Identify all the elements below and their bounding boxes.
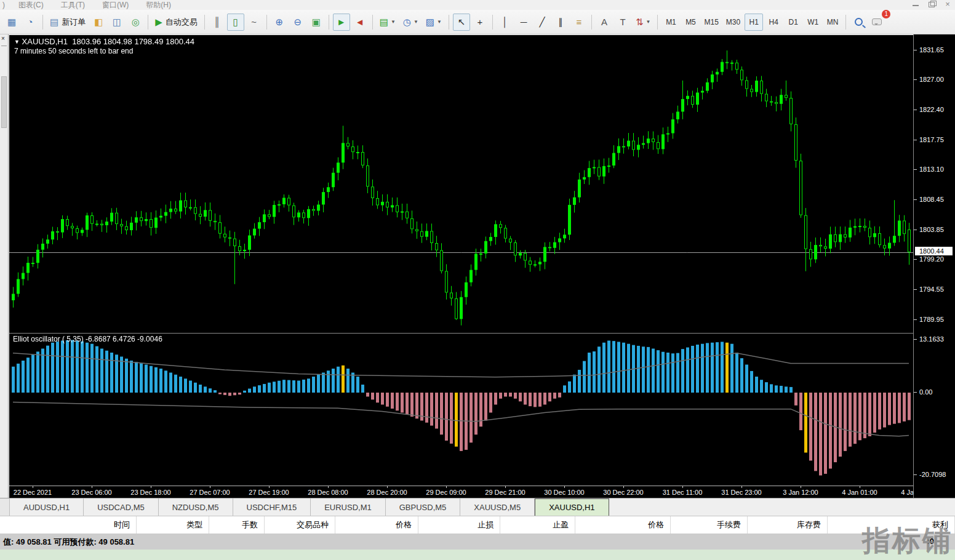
zoom-in-button[interactable]: ⊕ bbox=[271, 14, 288, 31]
new-chart-icon: ▤ bbox=[380, 17, 388, 26]
timeframe-button-m15[interactable]: M15 bbox=[701, 14, 721, 31]
dropdown-caret-icon[interactable]: ▼ bbox=[414, 19, 418, 25]
time-tick-mark bbox=[33, 486, 33, 488]
timeframe-button-w1[interactable]: W1 bbox=[804, 14, 822, 31]
line-chart-type-button[interactable]: ~ bbox=[246, 14, 263, 31]
chart-tab-xauusd-m5[interactable]: XAUUSD,M5 bbox=[460, 498, 535, 516]
menu-item[interactable]: 图表(C) bbox=[10, 0, 52, 10]
terminal-column-header: 手续费 bbox=[671, 516, 748, 534]
terminal-column-header: 手数 bbox=[209, 516, 265, 534]
close-icon[interactable]: × bbox=[944, 1, 951, 7]
timeframe-button-m1[interactable]: M1 bbox=[661, 14, 680, 31]
profit-value: :0 bbox=[927, 537, 934, 546]
toolbar-separator bbox=[266, 15, 267, 30]
candlestick-type-button[interactable]: ▯ bbox=[227, 14, 244, 31]
tile-windows-button[interactable]: ▣ bbox=[308, 14, 325, 31]
oscillator-panel[interactable]: Elliot oscillator ( 5,35) -6.8687 6.4726… bbox=[9, 333, 913, 486]
restore-icon[interactable] bbox=[928, 1, 935, 7]
price-tick-mark bbox=[914, 50, 917, 50]
periods-button[interactable]: ◷▼ bbox=[400, 14, 422, 31]
chat-button[interactable]: 1 bbox=[868, 14, 885, 31]
cursor-icon: ↖ bbox=[458, 17, 466, 26]
toolbar-separator bbox=[657, 15, 658, 30]
fibonacci-button[interactable]: ≡ bbox=[570, 14, 588, 31]
oscillator-canvas[interactable] bbox=[9, 334, 913, 486]
timeframe-button-d1[interactable]: D1 bbox=[784, 14, 802, 31]
signals-button[interactable]: ◎ bbox=[127, 14, 144, 31]
price-scale[interactable]: 1831.651827.001822.401817.751813.101808.… bbox=[913, 34, 954, 498]
new-order-button[interactable]: ▤新订单 bbox=[47, 14, 89, 31]
text-tool-button[interactable]: A bbox=[596, 14, 613, 31]
time-tick-mark bbox=[564, 486, 565, 488]
trend-line-button[interactable]: ╱ bbox=[533, 14, 551, 31]
timeframe-button-h4[interactable]: H4 bbox=[764, 14, 783, 31]
market-watch-button[interactable]: ▦ bbox=[3, 14, 20, 31]
chart-tab-audusd-h1[interactable]: AUDUSD,H1 bbox=[10, 498, 84, 516]
line-chart-type-icon: ~ bbox=[251, 17, 257, 26]
menu-items: 图表(C)工具(T)窗口(W)帮助(H) bbox=[10, 0, 180, 10]
chart-shift-button[interactable]: ► bbox=[333, 14, 350, 31]
search-icon bbox=[855, 18, 863, 26]
chart-window-button[interactable]: ◫ bbox=[108, 14, 126, 31]
timeframe-button-h1[interactable]: H1 bbox=[745, 14, 763, 31]
bar-chart-type-button[interactable]: ║ bbox=[209, 14, 226, 31]
strategy-tester-button[interactable]: ◔ bbox=[22, 14, 39, 31]
menu-item-truncated[interactable]: ) bbox=[0, 1, 10, 9]
minimize-icon[interactable] bbox=[912, 1, 919, 7]
horizontal-line-button[interactable]: ─ bbox=[515, 14, 532, 31]
auto-scroll-button[interactable]: ◄ bbox=[351, 14, 369, 31]
chat-icon bbox=[872, 18, 882, 25]
time-tick-mark bbox=[860, 486, 860, 488]
chart-tab-xauusd-h1[interactable]: XAUUSD,H1 bbox=[535, 498, 609, 516]
panel-close-icon[interactable]: × bbox=[1, 36, 5, 42]
search-button[interactable] bbox=[850, 14, 867, 31]
price-tick-mark bbox=[914, 319, 917, 320]
vertical-scrollbar-thumb[interactable] bbox=[1, 76, 7, 128]
menu-item[interactable]: 窗口(W) bbox=[94, 0, 137, 10]
left-panel-strip: × bbox=[0, 34, 9, 498]
equidistant-channel-button[interactable]: ∥ bbox=[552, 14, 569, 31]
price-chart-panel[interactable]: ▼ XAUUSD,H1 1803.96 1804.98 1798.49 1800… bbox=[9, 35, 913, 333]
label-tool-button[interactable]: T bbox=[614, 14, 631, 31]
time-tick-label: 30 Dec 10:00 bbox=[544, 489, 584, 496]
chart-title: ▼ XAUUSD,H1 1803.96 1804.98 1798.49 1800… bbox=[14, 37, 194, 46]
chart-tab-nzdusd-m5[interactable]: NZDUSD,M5 bbox=[159, 498, 233, 516]
dropdown-caret-icon[interactable]: ▼ bbox=[437, 19, 442, 25]
crosshair-button[interactable]: + bbox=[471, 14, 489, 31]
zoom-out-button[interactable]: ⊖ bbox=[289, 14, 306, 31]
chart-tab-usdchf-m15[interactable]: USDCHF,M15 bbox=[233, 498, 311, 516]
chart-tab-usdcad-m5[interactable]: USDCAD,M5 bbox=[84, 498, 159, 516]
time-tick-label: 28 Dec 20:00 bbox=[367, 489, 407, 496]
time-tick-mark bbox=[623, 486, 624, 488]
arrows-button[interactable]: ⇅▼ bbox=[633, 14, 654, 31]
new-chart-button[interactable]: ▤▼ bbox=[377, 14, 399, 31]
toolbar-separator bbox=[148, 15, 148, 30]
time-tick-label: 23 Dec 18:00 bbox=[130, 489, 170, 496]
time-tick-label: 27 Dec 19:00 bbox=[249, 489, 289, 496]
toolbar: ▦◔▤新订单◧◫◎▶自动交易║▯~⊕⊖▣►◄▤▼◷▼▨▼↖+│─╱∥≡AT⇅▼M… bbox=[0, 10, 955, 34]
timeframe-button-m30[interactable]: M30 bbox=[723, 14, 743, 31]
price-tick-label: 1822.40 bbox=[919, 106, 944, 113]
timeframe-button-m5[interactable]: M5 bbox=[681, 14, 700, 31]
auto-trading-button[interactable]: ▶自动交易 bbox=[152, 14, 201, 31]
cursor-button[interactable]: ↖ bbox=[453, 14, 470, 31]
zoom-in-icon: ⊕ bbox=[275, 17, 283, 26]
dropdown-caret-icon[interactable]: ▼ bbox=[646, 19, 651, 25]
templates-button[interactable]: ▨▼ bbox=[423, 14, 445, 31]
vertical-line-button[interactable]: │ bbox=[497, 14, 514, 31]
chart-tab-eurusd-m1[interactable]: EURUSD,M1 bbox=[311, 498, 386, 516]
chart-tab-gbpusd-m5[interactable]: GBPUSD,M5 bbox=[386, 498, 461, 516]
timeframe-button-mn[interactable]: MN bbox=[823, 14, 842, 31]
time-axis[interactable]: 22 Dec 202123 Dec 06:0023 Dec 18:0027 De… bbox=[9, 486, 951, 498]
price-tick-label: 1803.85 bbox=[919, 226, 944, 233]
tab-scroll-stub[interactable] bbox=[0, 498, 10, 516]
dropdown-caret-icon[interactable]: ▼ bbox=[391, 19, 396, 25]
menu-item[interactable]: 帮助(H) bbox=[137, 0, 180, 10]
chevron-down-icon[interactable]: ▼ bbox=[14, 39, 20, 45]
menu-item[interactable]: 工具(T) bbox=[52, 0, 94, 10]
bar-countdown: 7 minutes 50 seconds left to bar end bbox=[14, 47, 133, 55]
window-controls: × bbox=[912, 1, 951, 7]
candlestick-canvas[interactable] bbox=[9, 35, 913, 333]
price-tick-label: 1794.55 bbox=[919, 286, 944, 293]
history-center-button[interactable]: ◧ bbox=[90, 14, 107, 31]
